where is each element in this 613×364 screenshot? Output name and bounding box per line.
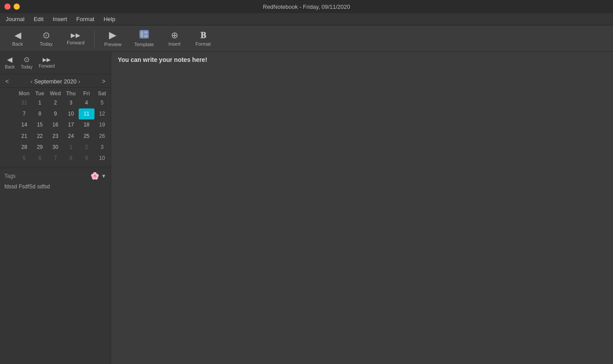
cal-day[interactable]: 24 xyxy=(63,131,79,142)
cal-day[interactable]: 9 xyxy=(47,108,63,119)
col-header-thu: Thu xyxy=(63,90,79,97)
minimize-button[interactable] xyxy=(14,4,20,10)
menu-edit[interactable]: Edit xyxy=(30,14,47,24)
tag-item-1[interactable]: fdssd xyxy=(4,184,17,190)
calendar-week-4: 21 22 23 24 25 26 xyxy=(1,131,110,142)
cal-day[interactable]: 1 xyxy=(32,97,47,108)
format-button[interactable]: 𝐁 Format xyxy=(190,29,216,49)
cal-day[interactable]: 2 xyxy=(47,97,63,108)
cal-day[interactable]: 7 xyxy=(16,108,32,119)
cal-day[interactable]: 18 xyxy=(79,119,94,130)
today-button[interactable]: ⊙ Today xyxy=(33,29,59,49)
cal-day[interactable]: 10 xyxy=(94,153,110,164)
cal-day[interactable]: 30 xyxy=(47,142,63,153)
cal-day[interactable]: 7 xyxy=(47,153,63,164)
cal-day[interactable]: 16 xyxy=(47,119,63,130)
next-month-button[interactable]: > xyxy=(100,77,107,86)
forward-button[interactable]: ▶▶ Forward xyxy=(62,30,90,47)
close-button[interactable] xyxy=(4,4,11,10)
cal-day[interactable]: 2 xyxy=(79,142,94,153)
content-area[interactable]: You can write your notes here! xyxy=(111,52,613,364)
nav-back-icon: ◀ xyxy=(7,55,12,64)
tag-cloud-icon[interactable]: 🌸 xyxy=(91,172,99,180)
cal-day[interactable]: 8 xyxy=(63,153,79,164)
nav-forward-button[interactable]: ▶▶ Forward xyxy=(36,55,58,70)
cal-day[interactable]: 3 xyxy=(94,142,110,153)
calendar-week-6: 5 6 7 8 9 10 xyxy=(1,153,110,164)
cal-day[interactable]: 9 xyxy=(79,153,94,164)
cal-day[interactable]: 5 xyxy=(16,153,32,164)
nav-row: ◀ Back ⊙ Today ▶▶ Forward xyxy=(0,52,111,73)
cal-day[interactable]: 21 xyxy=(16,131,32,142)
cal-day[interactable]: 15 xyxy=(32,119,47,130)
today-label: Today xyxy=(40,41,52,47)
cal-day[interactable]: 10 xyxy=(63,108,79,119)
nav-forward-label: Forward xyxy=(39,64,55,68)
window-title: RedNotebook - Friday, 09/11/2020 xyxy=(263,4,350,10)
tags-header: Tags 🌸 ▼ xyxy=(2,170,109,181)
insert-label: Insert xyxy=(168,41,181,47)
tags-label: Tags xyxy=(4,173,15,179)
tags-section: Tags 🌸 ▼ fdssd FsdfSd sdfsd xyxy=(0,168,111,364)
tag-cloud: fdssd FsdfSd sdfsd xyxy=(2,181,109,192)
cal-day[interactable]: 5 xyxy=(94,97,110,108)
back-icon: ◀ xyxy=(15,31,21,40)
nav-back-button[interactable]: ◀ Back xyxy=(2,54,17,71)
prev-month-button[interactable]: < xyxy=(4,77,11,86)
cal-day[interactable]: 1 xyxy=(63,142,79,153)
cal-day[interactable]: 14 xyxy=(16,119,32,130)
cal-day-today[interactable]: 11 xyxy=(79,108,94,119)
cal-day[interactable]: 26 xyxy=(94,131,110,142)
year-label: 2020 xyxy=(64,78,76,85)
menu-help[interactable]: Help xyxy=(100,14,119,24)
cal-day[interactable] xyxy=(1,97,16,108)
menu-insert[interactable]: Insert xyxy=(49,14,71,24)
today-icon: ⊙ xyxy=(43,31,50,40)
svg-rect-2 xyxy=(144,31,148,34)
cal-day[interactable] xyxy=(1,131,16,142)
cal-day[interactable] xyxy=(1,119,16,130)
col-header-wed: Wed xyxy=(47,90,63,97)
menu-journal[interactable]: Journal xyxy=(2,14,28,24)
cal-day[interactable] xyxy=(1,142,16,153)
cal-day[interactable]: 22 xyxy=(32,131,47,142)
preview-button[interactable]: ▶ Preview xyxy=(99,28,127,49)
cal-day[interactable]: 19 xyxy=(94,119,110,130)
template-button[interactable]: Template xyxy=(129,28,159,49)
cal-day[interactable]: 25 xyxy=(79,131,94,142)
separator xyxy=(0,74,111,74)
cal-day[interactable] xyxy=(1,153,16,164)
cal-day[interactable]: 29 xyxy=(32,142,47,153)
cal-day[interactable]: 17 xyxy=(63,119,79,130)
col-header-tue: Tue xyxy=(32,90,47,97)
cal-day[interactable]: 6 xyxy=(32,153,47,164)
tag-item-2[interactable]: FsdfSd xyxy=(19,184,36,190)
menu-format[interactable]: Format xyxy=(73,14,98,24)
month-next-year-icon[interactable]: › xyxy=(78,78,80,85)
cal-day[interactable]: 8 xyxy=(32,108,47,119)
titlebar: RedNotebook - Friday, 09/11/2020 xyxy=(0,0,613,13)
template-label: Template xyxy=(134,42,154,47)
month-prev-year-icon[interactable]: ‹ xyxy=(30,78,32,85)
cal-day[interactable]: 12 xyxy=(94,108,110,119)
toolbar: ◀ Back ⊙ Today ▶▶ Forward ▶ Preview Temp… xyxy=(0,25,613,52)
nav-today-button[interactable]: ⊙ Today xyxy=(18,54,35,71)
calendar: Mon Tue Wed Thu Fri Sat 31 1 2 3 4 5 7 xyxy=(0,88,111,166)
preview-label: Preview xyxy=(104,42,121,47)
tags-dropdown-arrow[interactable]: ▼ xyxy=(101,173,106,179)
calendar-week-2: 7 8 9 10 11 12 xyxy=(1,108,110,119)
tag-item-3[interactable]: sdfsd xyxy=(37,184,50,190)
sidebar: ◀ Back ⊙ Today ▶▶ Forward < ‹ September … xyxy=(0,52,111,364)
col-header-fri: Fri xyxy=(79,90,94,97)
format-icon: 𝐁 xyxy=(200,31,206,40)
cal-day[interactable]: 28 xyxy=(16,142,32,153)
back-button[interactable]: ◀ Back xyxy=(4,29,31,49)
cal-day[interactable]: 3 xyxy=(63,97,79,108)
note-placeholder: You can write your notes here! xyxy=(118,56,606,63)
cal-day[interactable]: 23 xyxy=(47,131,63,142)
cal-day[interactable]: 31 xyxy=(16,97,32,108)
cal-day[interactable] xyxy=(1,108,16,119)
insert-button[interactable]: ⊕ Insert xyxy=(161,29,188,49)
forward-icon: ▶▶ xyxy=(71,32,80,38)
cal-day[interactable]: 4 xyxy=(79,97,94,108)
